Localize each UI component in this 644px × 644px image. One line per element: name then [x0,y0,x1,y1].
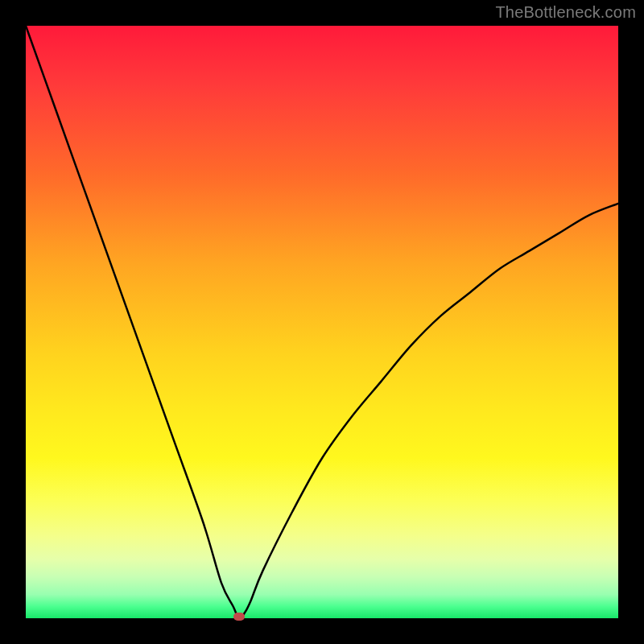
optimum-marker [233,613,245,621]
plot-area [26,26,618,618]
bottleneck-curve [26,26,618,618]
chart-frame: TheBottleneck.com [0,0,644,644]
watermark-text: TheBottleneck.com [495,3,636,22]
